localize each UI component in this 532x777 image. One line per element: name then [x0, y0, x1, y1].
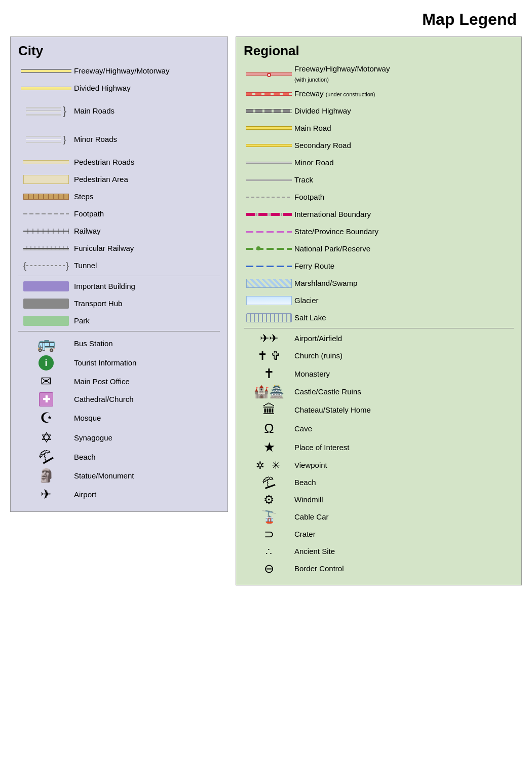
reg-airport-label: Airport/Airfield — [294, 334, 342, 344]
reg-minor-road-label: Minor Road — [294, 158, 334, 168]
city-divided-hwy-item: Divided Highway — [18, 81, 220, 95]
beach-umbrella-icon: ⛱ — [36, 447, 56, 467]
city-park-item: Park — [18, 314, 220, 328]
info-circle-icon: i — [39, 355, 54, 371]
reg-cave-symbol: Ω — [244, 421, 294, 436]
city-beach-item: ⛱ Beach — [18, 449, 220, 465]
reg-viewpoint-label: Viewpoint — [294, 460, 327, 470]
city-synagogue-item: ✡ Synagogue — [18, 429, 220, 446]
city-synagogue-label: Synagogue — [74, 433, 112, 443]
reg-church-symbol: ✝ ✞ — [244, 349, 294, 363]
reg-ancient-site-item: ∴ Ancient Site — [244, 544, 514, 559]
city-funicular-item: Funicular Railway — [18, 241, 220, 255]
reg-beach-icon: ⛱ — [261, 474, 277, 492]
city-ped-area-item: Pedestrian Area — [18, 172, 220, 187]
city-minor-roads-label: Minor Roads — [74, 134, 117, 144]
city-transport-hub-label: Transport Hub — [74, 299, 122, 309]
city-funicular-symbol — [18, 245, 74, 251]
city-steps-item: Steps — [18, 190, 220, 204]
city-airport-symbol: ✈ — [18, 487, 74, 502]
city-ped-roads-item: Pedestrian Roads — [18, 155, 220, 169]
reg-divided-hwy-item: Divided Highway — [244, 104, 514, 118]
reg-windmill-symbol: ⚙ — [244, 493, 294, 507]
city-main-roads-item: } Main Roads — [18, 98, 220, 124]
city-cathedral-symbol: ✚ — [18, 392, 74, 406]
city-transport-hub-item: Transport Hub — [18, 297, 220, 311]
reg-church-item: ✝ ✞ Church (ruins) — [244, 349, 514, 363]
city-heading: City — [18, 43, 220, 59]
reg-freeway-symbol — [244, 71, 294, 77]
reg-windmill-label: Windmill — [294, 495, 323, 505]
reg-state-boundary-symbol — [244, 231, 294, 233]
city-main-roads-symbol: } — [18, 105, 74, 117]
reg-cable-car-item: 🚡 Cable Car — [244, 510, 514, 524]
reg-freeway-uc-item: Freeway (under construction) — [244, 87, 514, 101]
reg-place-interest-symbol: ★ — [244, 439, 294, 455]
regional-panel: Regional Freeway/Highway/Motorway (with … — [236, 36, 522, 585]
city-panel: City Freeway/Highway/Motorway Divided Hi… — [10, 36, 228, 512]
reg-crater-item: ⊃ Crater — [244, 527, 514, 541]
city-tourist-info-label: Tourist Information — [74, 358, 136, 368]
city-statue-label: Statue/Monument — [74, 471, 134, 481]
reg-divided-hwy-symbol — [244, 109, 294, 113]
reg-salt-lake-item: Salt Lake — [244, 311, 514, 325]
reg-castle-item: 🏰🏯 Castle/Castle Ruins — [244, 385, 514, 399]
reg-windmill-item: ⚙ Windmill — [244, 493, 514, 507]
cross-icons: ✝ ✞ — [257, 349, 281, 363]
reg-ferry-label: Ferry Route — [294, 261, 334, 271]
reg-footpath-item: Footpath — [244, 190, 514, 204]
reg-cave-label: Cave — [294, 424, 312, 434]
reg-airport-symbol: ✈✈ — [244, 332, 294, 345]
reg-secondary-road-item: Secondary Road — [244, 138, 514, 153]
reg-secondary-road-symbol — [244, 144, 294, 147]
reg-freeway-item: Freeway/Highway/Motorway (with junction) — [244, 64, 514, 84]
reg-footpath-label: Footpath — [294, 192, 324, 202]
reg-viewpoint-item: ✲ ✳ Viewpoint — [244, 458, 514, 472]
reg-national-park-symbol — [244, 245, 294, 252]
reg-monastery-symbol: ✝ — [244, 366, 294, 382]
city-airport-label: Airport — [74, 490, 96, 500]
castle-icons: 🏰🏯 — [254, 385, 284, 399]
reg-cable-car-symbol: 🚡 — [244, 510, 294, 524]
reg-main-road-symbol — [244, 126, 294, 130]
city-park-label: Park — [74, 316, 90, 326]
reg-castle-symbol: 🏰🏯 — [244, 385, 294, 399]
reg-national-park-item: National Park/Reserve — [244, 242, 514, 256]
city-railway-item: Railway — [18, 224, 220, 238]
cathedral-box-icon: ✚ — [39, 392, 53, 406]
city-minor-roads-symbol: } — [18, 135, 74, 144]
crescent-icon: ☪ — [40, 410, 53, 426]
crater-icon: ⊃ — [264, 527, 274, 541]
city-tunnel-symbol: { } — [18, 261, 74, 271]
city-post-office-symbol: ✉ — [18, 374, 74, 389]
reg-glacier-label: Glacier — [294, 295, 319, 306]
city-steps-symbol — [18, 194, 74, 200]
city-bus-station-item: 🚌 Bus Station — [18, 335, 220, 352]
city-important-building-label: Important Building — [74, 281, 135, 291]
reg-place-interest-item: ★ Place of Interest — [244, 439, 514, 455]
reg-ancient-site-symbol: ∴ — [244, 545, 294, 558]
city-divided-hwy-symbol — [18, 87, 74, 90]
reg-cable-car-label: Cable Car — [294, 512, 329, 522]
statue-icon: 🗿 — [38, 468, 54, 484]
city-mosque-label: Mosque — [74, 413, 101, 423]
airplane-icons: ✈✈ — [260, 332, 278, 345]
city-beach-symbol: ⛱ — [18, 449, 74, 465]
reg-main-road-item: Main Road — [244, 121, 514, 135]
city-statue-item: 🗿 Statue/Monument — [18, 468, 220, 484]
city-funicular-label: Funicular Railway — [74, 243, 134, 253]
reg-monastery-label: Monastery — [294, 369, 330, 379]
reg-monastery-item: ✝ Monastery — [244, 366, 514, 382]
reg-beach-symbol: ⛱ — [244, 475, 294, 490]
star-of-david-icon: ✡ — [41, 429, 52, 446]
city-ped-roads-symbol — [18, 160, 74, 164]
city-beach-label: Beach — [74, 452, 96, 462]
reg-ancient-site-label: Ancient Site — [294, 546, 335, 557]
reg-border-control-label: Border Control — [294, 564, 344, 574]
city-park-symbol — [18, 316, 74, 326]
reg-divided-hwy-label: Divided Highway — [294, 106, 351, 116]
city-important-building-item: Important Building — [18, 279, 220, 293]
reg-track-label: Track — [294, 175, 313, 185]
city-steps-label: Steps — [74, 192, 93, 202]
reg-main-road-label: Main Road — [294, 123, 331, 133]
